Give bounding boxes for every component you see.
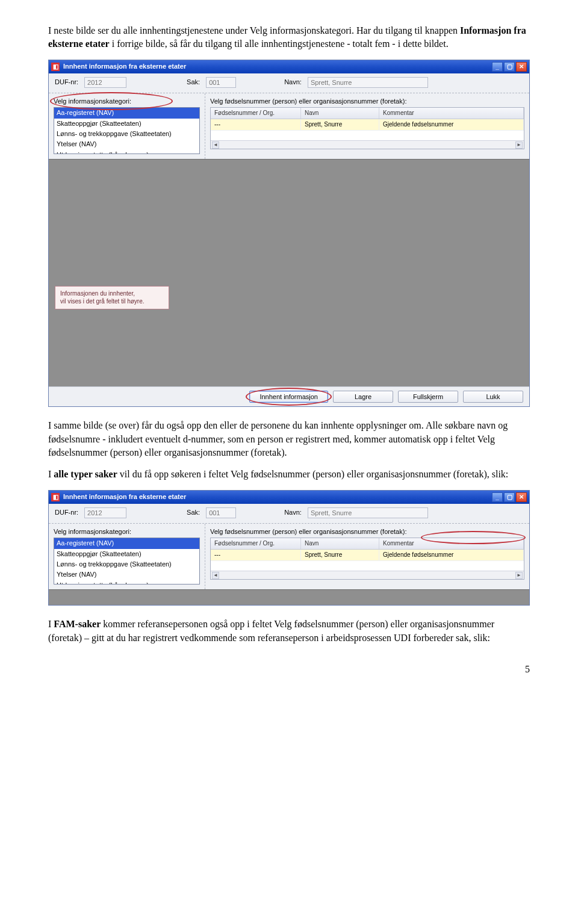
header-fields: DUF-nr: Sak: Navn: bbox=[49, 504, 529, 524]
innhent-highlight: Innhent informasjon bbox=[249, 391, 328, 403]
paragraph-3: I alle typer saker vil du få opp søkeren… bbox=[48, 468, 530, 481]
page-number: 5 bbox=[48, 663, 530, 676]
grid-header: Fødselsnummer / Org. Navn Kommentar bbox=[211, 538, 524, 550]
person-grid: Fødselsnummer / Org. Navn Kommentar --- … bbox=[210, 107, 524, 149]
sak-label: Sak: bbox=[187, 508, 200, 517]
text: I bbox=[48, 619, 54, 629]
duf-input[interactable] bbox=[84, 507, 126, 518]
innhent-button[interactable]: Innhent informasjon bbox=[249, 391, 328, 403]
app-body: Velg informasjonskategori: Aa-registeret… bbox=[49, 93, 529, 159]
intro-paragraph: I neste bilde ser du alle innhentingstje… bbox=[48, 24, 530, 51]
left-column: Velg informasjonskategori: Aa-registeret… bbox=[49, 524, 205, 589]
navn-input[interactable] bbox=[308, 77, 428, 88]
list-item[interactable]: Aa-registeret (NAV) bbox=[54, 108, 199, 118]
cell-comment: Gjeldende fødselsnummer bbox=[379, 119, 524, 130]
duf-label: DUF-nr: bbox=[55, 78, 78, 87]
text: i forrige bilde, så får du tilgang til a… bbox=[112, 39, 449, 49]
right-column: Velg fødselsnummer (person) eller organi… bbox=[205, 93, 529, 159]
category-label: Velg informasjonskategori: bbox=[54, 527, 200, 536]
lagre-button[interactable]: Lagre bbox=[333, 391, 393, 403]
app-window-full: ◧ Innhent informasjon fra eksterne etate… bbox=[48, 60, 530, 407]
cell-name: Sprett, Snurre bbox=[301, 550, 379, 560]
text-bold: FAM-saker bbox=[54, 619, 101, 629]
left-column: Velg informasjonskategori: Aa-registeret… bbox=[49, 93, 205, 159]
info-note-line: vil vises i det grå feltet til høyre. bbox=[60, 298, 164, 306]
sak-label: Sak: bbox=[187, 78, 200, 87]
list-item[interactable]: Lønns- og trekkoppgave (Skatteetaten) bbox=[54, 559, 199, 569]
col-header-id: Fødselsnummer / Org. bbox=[211, 538, 301, 549]
app-icon: ◧ bbox=[51, 63, 60, 71]
text-bold: alle typer saker bbox=[54, 469, 117, 479]
grid-row[interactable]: --- Sprett, Snurre Gjeldende fødselsnumm… bbox=[211, 550, 524, 561]
result-area: Informasjonen du innhenter, vil vises i … bbox=[49, 159, 529, 386]
text: vil du få opp søkeren i feltet Velg føds… bbox=[120, 469, 508, 479]
text: I bbox=[48, 469, 54, 479]
category-listbox[interactable]: Aa-registeret (NAV) Skatteoppgjør (Skatt… bbox=[54, 107, 200, 154]
horizontal-scrollbar[interactable]: ◄ ► bbox=[211, 140, 524, 149]
list-item[interactable]: Utdanningsstøtte (Lånekassen) bbox=[54, 150, 199, 154]
close-button[interactable]: ✕ bbox=[516, 492, 527, 502]
navn-input[interactable] bbox=[308, 507, 428, 518]
header-fields: DUF-nr: Sak: Navn: bbox=[49, 73, 529, 93]
minimize-button[interactable]: _ bbox=[492, 62, 503, 72]
col-header-id: Fødselsnummer / Org. bbox=[211, 108, 301, 119]
window-title: Innhent informasjon fra eksterne etater bbox=[63, 492, 492, 501]
titlebar: ◧ Innhent informasjon fra eksterne etate… bbox=[49, 60, 529, 73]
scroll-left-icon[interactable]: ◄ bbox=[212, 572, 219, 579]
minimize-button[interactable]: _ bbox=[492, 492, 503, 502]
text: I neste bilde ser du alle innhentingstje… bbox=[48, 25, 460, 36]
scroll-right-icon[interactable]: ► bbox=[515, 572, 523, 579]
cell-comment: Gjeldende fødselsnummer bbox=[379, 550, 524, 560]
paragraph-4: I FAM-saker kommer referansepersonen ogs… bbox=[48, 618, 530, 645]
col-header-name: Navn bbox=[301, 108, 379, 119]
text: kommer referansepersonen også opp i felt… bbox=[48, 619, 494, 642]
app-body: Velg informasjonskategori: Aa-registeret… bbox=[49, 524, 529, 589]
list-item[interactable]: Ytelser (NAV) bbox=[54, 139, 199, 149]
list-item[interactable]: Utdanningsstøtte (Lånekassen) bbox=[54, 580, 199, 584]
sak-input[interactable] bbox=[206, 507, 236, 518]
window-title: Innhent informasjon fra eksterne etater bbox=[63, 62, 492, 71]
grid-header: Fødselsnummer / Org. Navn Kommentar bbox=[211, 108, 524, 119]
cell-id: --- bbox=[211, 550, 301, 560]
titlebar: ◧ Innhent informasjon fra eksterne etate… bbox=[49, 491, 529, 504]
app-window-short: ◧ Innhent informasjon fra eksterne etate… bbox=[48, 490, 530, 606]
info-note: Informasjonen du innhenter, vil vises i … bbox=[55, 286, 169, 309]
footer-buttons: Innhent informasjon Lagre Fullskjerm Luk… bbox=[49, 386, 529, 406]
sak-input[interactable] bbox=[206, 77, 236, 88]
navn-label: Navn: bbox=[284, 78, 302, 87]
cell-name: Sprett, Snurre bbox=[301, 119, 379, 130]
list-item[interactable]: Skatteoppgjør (Skatteetaten) bbox=[54, 549, 199, 559]
navn-label: Navn: bbox=[284, 508, 302, 517]
close-button[interactable]: ✕ bbox=[516, 62, 527, 72]
result-area-short bbox=[49, 589, 529, 605]
person-grid: Fødselsnummer / Org. Navn Kommentar --- … bbox=[210, 538, 524, 580]
scroll-right-icon[interactable]: ► bbox=[515, 141, 523, 149]
grid-row[interactable]: --- Sprett, Snurre Gjeldende fødselsnumm… bbox=[211, 119, 524, 131]
col-header-name: Navn bbox=[301, 538, 379, 549]
col-header-comment: Kommentar bbox=[379, 108, 524, 119]
category-listbox[interactable]: Aa-registeret (NAV) Skatteoppgjør (Skatt… bbox=[54, 538, 200, 584]
category-label: Velg informasjonskategori: bbox=[54, 97, 200, 106]
list-item[interactable]: Aa-registeret (NAV) bbox=[54, 538, 199, 548]
maximize-button[interactable]: ▢ bbox=[504, 492, 515, 502]
col-header-comment: Kommentar bbox=[379, 538, 524, 549]
fullskjerm-button[interactable]: Fullskjerm bbox=[398, 391, 458, 403]
person-select-label: Velg fødselsnummer (person) eller organi… bbox=[210, 527, 524, 536]
maximize-button[interactable]: ▢ bbox=[504, 62, 515, 72]
duf-input[interactable] bbox=[84, 77, 126, 88]
cell-id: --- bbox=[211, 119, 301, 130]
window-buttons: _ ▢ ✕ bbox=[492, 492, 527, 502]
list-item[interactable]: Lønns- og trekkoppgave (Skatteetaten) bbox=[54, 129, 199, 139]
app-icon: ◧ bbox=[51, 493, 60, 501]
paragraph-2: I samme bilde (se over) får du også opp … bbox=[48, 419, 530, 459]
list-item[interactable]: Ytelser (NAV) bbox=[54, 569, 199, 580]
right-column: Velg fødselsnummer (person) eller organi… bbox=[205, 524, 529, 589]
duf-label: DUF-nr: bbox=[55, 508, 78, 517]
info-note-line: Informasjonen du innhenter, bbox=[60, 290, 164, 298]
horizontal-scrollbar[interactable]: ◄ ► bbox=[211, 571, 524, 579]
lukk-button[interactable]: Lukk bbox=[463, 391, 523, 403]
list-item[interactable]: Skatteoppgjør (Skatteetaten) bbox=[54, 119, 199, 129]
window-buttons: _ ▢ ✕ bbox=[492, 62, 527, 72]
scroll-left-icon[interactable]: ◄ bbox=[212, 141, 219, 149]
person-select-label: Velg fødselsnummer (person) eller organi… bbox=[210, 97, 524, 106]
